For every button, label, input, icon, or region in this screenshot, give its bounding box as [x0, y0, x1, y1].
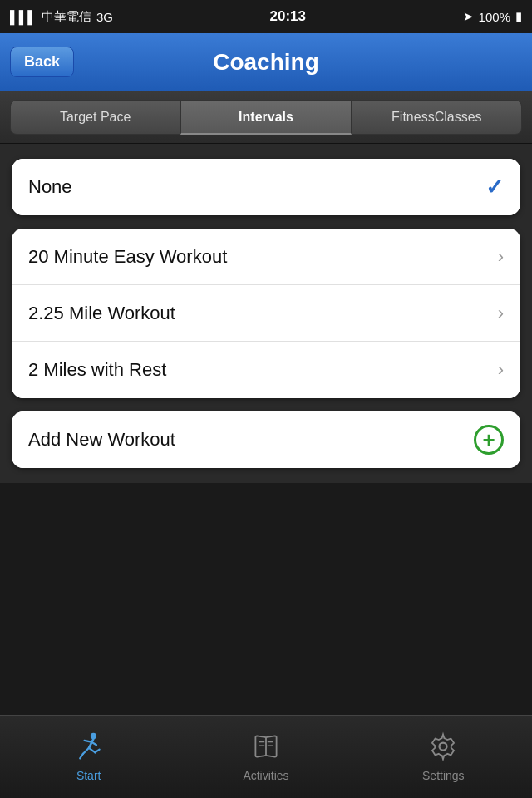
svg-line-5 [80, 754, 83, 758]
svg-line-3 [91, 742, 96, 746]
back-button[interactable]: Back [10, 47, 74, 77]
workout-item-0[interactable]: 20 Minute Easy Workout › [12, 229, 520, 285]
workout-label-0: 20 Minute Easy Workout [28, 246, 227, 268]
segment-intervals[interactable]: Intervals [180, 100, 351, 135]
chevron-right-icon-0: › [498, 246, 504, 268]
tab-bar: Start Activities Settings [0, 715, 532, 798]
gear-icon [428, 732, 458, 766]
svg-line-4 [82, 748, 88, 754]
nav-bar: Back Coaching [0, 33, 532, 91]
none-item[interactable]: None ✓ [12, 159, 520, 215]
workout-item-2[interactable]: 2 Miles with Rest › [12, 342, 520, 398]
status-battery: ➤ 100% ▮ [463, 9, 522, 24]
workout-label-1: 2.25 Mile Workout [28, 303, 175, 324]
book-icon [251, 732, 281, 766]
none-card: None ✓ [12, 159, 520, 215]
tab-start[interactable]: Start [0, 716, 177, 798]
status-time: 20:13 [270, 8, 306, 25]
status-carrier: ▌▌▌ 中華電信 3G [10, 9, 113, 25]
location-icon: ➤ [463, 9, 474, 24]
tab-start-label: Start [76, 769, 101, 782]
checkmark-icon: ✓ [485, 175, 504, 200]
svg-line-2 [84, 741, 91, 742]
add-workout-label: Add New Workout [28, 429, 175, 451]
svg-line-7 [95, 750, 99, 753]
signal-icon: ▌▌▌ [10, 10, 37, 24]
workout-item-1[interactable]: 2.25 Mile Workout › [12, 285, 520, 342]
add-workout-item[interactable]: Add New Workout + [12, 411, 520, 468]
none-label: None [28, 176, 72, 198]
svg-line-6 [89, 748, 95, 752]
battery-icon: ▮ [515, 9, 522, 24]
svg-point-13 [440, 743, 447, 751]
workout-label-2: 2 Miles with Rest [28, 359, 166, 381]
segment-control: Target Pace Intervals FitnessClasses [0, 91, 532, 144]
segment-fitness-classes[interactable]: FitnessClasses [352, 100, 522, 135]
tab-activities[interactable]: Activities [177, 716, 354, 798]
tab-settings-label: Settings [422, 769, 465, 782]
chevron-right-icon-1: › [498, 303, 504, 324]
add-workout-card: Add New Workout + [12, 411, 520, 468]
chevron-right-icon-2: › [498, 359, 504, 381]
main-content: None ✓ 20 Minute Easy Workout › 2.25 Mil… [0, 144, 532, 483]
page-title: Coaching [213, 49, 319, 76]
tab-activities-label: Activities [243, 769, 288, 782]
status-bar: ▌▌▌ 中華電信 3G 20:13 ➤ 100% ▮ [0, 0, 532, 33]
runner-icon [74, 732, 104, 766]
workouts-card: 20 Minute Easy Workout › 2.25 Mile Worko… [12, 229, 520, 398]
add-icon: + [474, 425, 504, 455]
tab-settings[interactable]: Settings [355, 716, 532, 798]
segment-target-pace[interactable]: Target Pace [10, 100, 180, 135]
